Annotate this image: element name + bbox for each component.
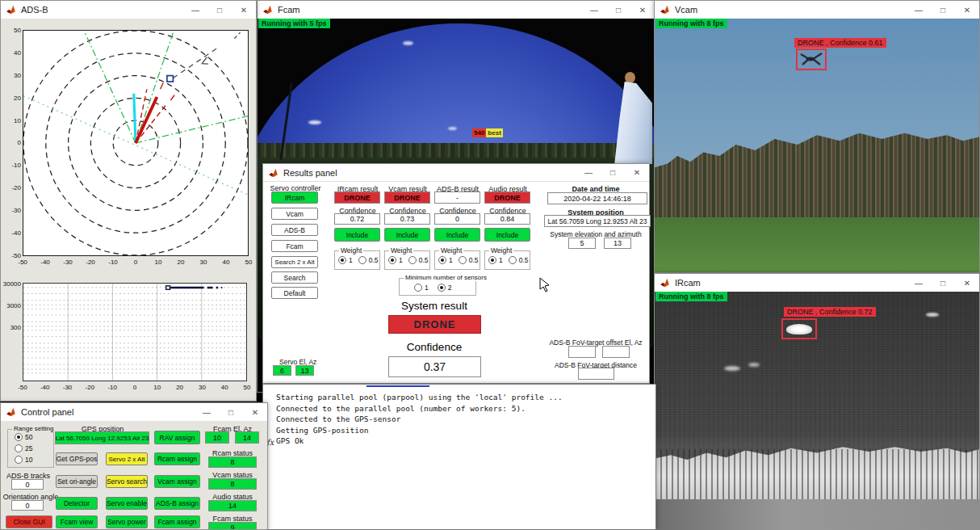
minimize-icon[interactable]: — [576, 164, 601, 181]
sensor-confidence: 0 [434, 213, 480, 225]
vcam-title: Vcam [675, 5, 697, 15]
weight-05-radio[interactable] [408, 256, 417, 264]
system-az-value: 13 [604, 238, 631, 249]
tick: 20 [14, 95, 21, 102]
minimize-icon[interactable]: — [195, 403, 219, 421]
include-button[interactable]: Include [434, 228, 480, 242]
tick: 10 [147, 259, 170, 266]
servo-btn-vcam[interactable]: Vcam [271, 208, 318, 220]
fisheye-cloud [403, 41, 413, 45]
maximize-icon[interactable]: □ [931, 274, 955, 292]
range-50-radio[interactable] [15, 433, 23, 441]
console-text[interactable]: Starting parallel pool (parpool) using t… [276, 392, 651, 447]
maximize-icon[interactable]: □ [219, 403, 243, 421]
system-el-value: 5 [568, 238, 596, 249]
servo-search-button[interactable]: Servo search [106, 475, 148, 488]
close-gui-button[interactable]: Close GUI [6, 515, 52, 528]
close-icon[interactable]: ✕ [955, 1, 979, 19]
tick: 0 [124, 384, 146, 391]
tick: -10 [101, 384, 124, 391]
weight-1-radio[interactable] [488, 256, 496, 264]
include-button[interactable]: Include [384, 228, 430, 242]
sensor-confidence: 0.73 [384, 213, 430, 225]
ir-ground [655, 499, 979, 530]
weight-1-label: 1 [349, 256, 353, 264]
adsb-window-controls: — □ ✕ [183, 1, 256, 19]
servo-btn-ircam[interactable]: IRcam [271, 191, 318, 204]
servo-btn-fcam[interactable]: Fcam [271, 240, 318, 252]
weight-1-radio[interactable] [438, 256, 446, 264]
alt-y-tick: 300 [1, 324, 21, 331]
tick: -20 [11, 184, 21, 191]
servo-btn-adsb[interactable]: ADS-B [271, 224, 318, 236]
control-titlebar: Control panel — □ ✕ [1, 403, 267, 421]
minimize-icon[interactable]: — [582, 1, 606, 19]
tick: 10 [146, 384, 169, 391]
adsb-offset-el-field[interactable] [568, 346, 596, 358]
detector-button[interactable]: Detector [56, 497, 98, 510]
fcam-assign-button[interactable]: Fcam assign [154, 515, 200, 528]
set-ori-angle-button[interactable]: Set ori-angle [56, 475, 98, 488]
rcam-assign-button[interactable]: Rcam assign [154, 452, 200, 465]
adsb-offset-az-field[interactable] [602, 346, 630, 358]
matlab-icon [6, 5, 16, 15]
log-gridlines [23, 288, 246, 373]
servo-2x-alt-button[interactable]: Servo 2 x Alt [106, 452, 148, 465]
servo-btn-search[interactable]: Search [271, 271, 318, 284]
ir-bright-spot [724, 366, 740, 371]
maximize-icon[interactable]: □ [207, 1, 232, 19]
close-icon[interactable]: ✕ [625, 164, 649, 181]
person-jacket [610, 82, 652, 164]
close-icon[interactable]: ✕ [955, 274, 979, 292]
maximize-icon[interactable]: □ [606, 1, 630, 19]
weight-05-radio[interactable] [459, 256, 467, 264]
vcam-window-controls: — □ ✕ [907, 1, 979, 19]
include-button[interactable]: Include [484, 228, 530, 242]
person-head [625, 72, 635, 83]
weight-05-radio[interactable] [358, 256, 366, 264]
results-window-controls: — □ ✕ [576, 164, 649, 181]
min-sensors-2-label: 2 [448, 284, 452, 292]
range-10-radio[interactable] [15, 456, 23, 464]
servo-el-value: 6 [273, 365, 291, 376]
vcam-detection-box [796, 48, 827, 70]
vcam-image: DRONE , Confidence 0.61 [655, 19, 979, 272]
servo-btn-default[interactable]: Default [271, 287, 318, 299]
adsb-window: ADS-B — □ ✕ 5040 3020 100 -10-20 -30-40 … [0, 0, 257, 402]
get-gps-pos-button[interactable]: Get GPS-pos [56, 452, 98, 465]
range-25-radio[interactable] [15, 444, 23, 452]
close-icon[interactable]: ✕ [630, 1, 655, 19]
maximize-icon[interactable]: □ [931, 1, 955, 19]
weight-1-radio[interactable] [388, 256, 396, 264]
close-icon[interactable]: ✕ [243, 403, 267, 421]
rav-assign-button[interactable]: RAV assign [154, 431, 200, 444]
system-confidence-label: Confidence [407, 341, 462, 353]
orientation-angle-field[interactable]: 0 [11, 500, 44, 511]
adsb-assign-button[interactable]: ADS-B assign [154, 497, 200, 510]
servo-power-button[interactable]: Servo power [106, 515, 148, 528]
control-window-controls: — □ ✕ [195, 403, 267, 421]
weight-05-label: 0.5 [419, 256, 429, 264]
include-button[interactable]: Include [334, 228, 380, 242]
min-sensors-2-radio[interactable] [438, 284, 446, 292]
servo-enable-button[interactable]: Servo enable [106, 497, 148, 510]
weight-05-label: 0.5 [519, 256, 529, 264]
min-sensors-1-radio[interactable] [414, 284, 422, 292]
adsb-distance-field[interactable] [578, 368, 614, 380]
tick: -20 [78, 384, 101, 391]
alt-y-tick: 30000 [1, 280, 21, 288]
vcam-assign-button[interactable]: Vcam assign [154, 475, 200, 488]
maximize-icon[interactable]: □ [601, 164, 625, 181]
weight-1-radio[interactable] [338, 256, 346, 264]
minimize-icon[interactable]: — [907, 1, 931, 19]
weight-label: Weight [339, 246, 363, 254]
minimize-icon[interactable]: — [907, 274, 931, 292]
fcam-view-button[interactable]: Fcam view [56, 515, 98, 528]
weight-05-radio[interactable] [509, 256, 517, 264]
close-icon[interactable]: ✕ [232, 1, 256, 19]
tick: 50 [236, 384, 258, 391]
minimize-icon[interactable]: — [183, 1, 207, 19]
adsb-tracks-field[interactable]: 0 [11, 479, 44, 490]
sensor-result: DRONE [334, 191, 380, 204]
servo-btn-search2alt[interactable]: Search 2 x Alt [271, 256, 318, 268]
